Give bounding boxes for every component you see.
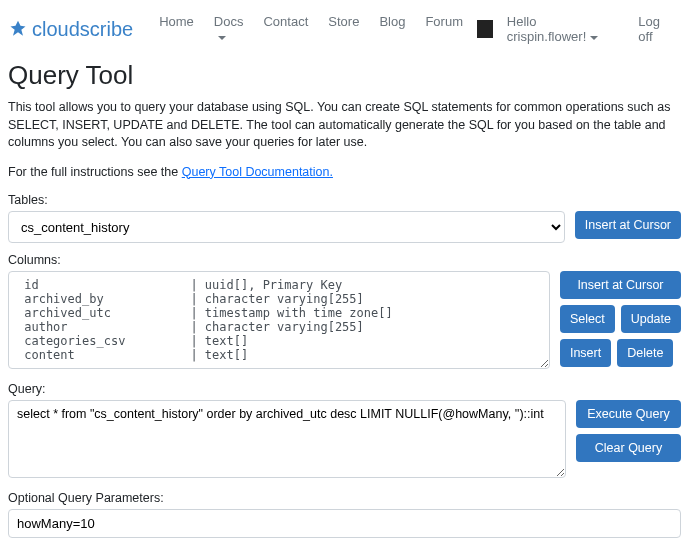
page-title: Query Tool xyxy=(8,60,681,91)
nav-links: Home Docs Contact Store Blog Forum xyxy=(151,10,471,48)
brand-link[interactable]: cloudscribe xyxy=(8,18,133,41)
nav-logoff[interactable]: Log off xyxy=(630,10,681,48)
tables-label: Tables: xyxy=(8,193,681,207)
page-desc-1: This tool allows you to query your datab… xyxy=(8,99,681,152)
delete-button[interactable]: Delete xyxy=(617,339,673,367)
nav-blog[interactable]: Blog xyxy=(371,10,413,48)
nav-docs[interactable]: Docs xyxy=(206,10,252,48)
columns-label: Columns: xyxy=(8,253,681,267)
nav-right: Hello crispin.flower! Log off xyxy=(477,10,681,48)
nav-home[interactable]: Home xyxy=(151,10,202,48)
navbar: cloudscribe Home Docs Contact Store Blog… xyxy=(8,4,681,54)
nav-store[interactable]: Store xyxy=(320,10,367,48)
execute-query-button[interactable]: Execute Query xyxy=(576,400,681,428)
rocket-icon xyxy=(8,19,28,39)
update-button[interactable]: Update xyxy=(621,305,681,333)
tables-select[interactable]: cs_content_history xyxy=(8,211,565,243)
nav-forum[interactable]: Forum xyxy=(417,10,471,48)
nav-contact[interactable]: Contact xyxy=(255,10,316,48)
params-input[interactable] xyxy=(8,509,681,538)
page-desc-2: For the full instructions see the Query … xyxy=(8,164,681,182)
columns-insert-cursor-button[interactable]: Insert at Cursor xyxy=(560,271,681,299)
nav-greeting[interactable]: Hello crispin.flower! xyxy=(499,10,625,48)
brand-text: cloudscribe xyxy=(32,18,133,41)
avatar xyxy=(477,20,493,38)
clear-query-button[interactable]: Clear Query xyxy=(576,434,681,462)
insert-button[interactable]: Insert xyxy=(560,339,611,367)
select-button[interactable]: Select xyxy=(560,305,615,333)
docs-link[interactable]: Query Tool Documentation. xyxy=(182,165,333,179)
columns-listbox[interactable]: id | uuid[], Primary Key archived_by | c… xyxy=(8,271,550,369)
params-label: Optional Query Parameters: xyxy=(8,491,681,505)
tables-insert-cursor-button[interactable]: Insert at Cursor xyxy=(575,211,681,239)
query-textarea[interactable]: select * from "cs_content_history" order… xyxy=(8,400,566,478)
query-label: Query: xyxy=(8,382,681,396)
